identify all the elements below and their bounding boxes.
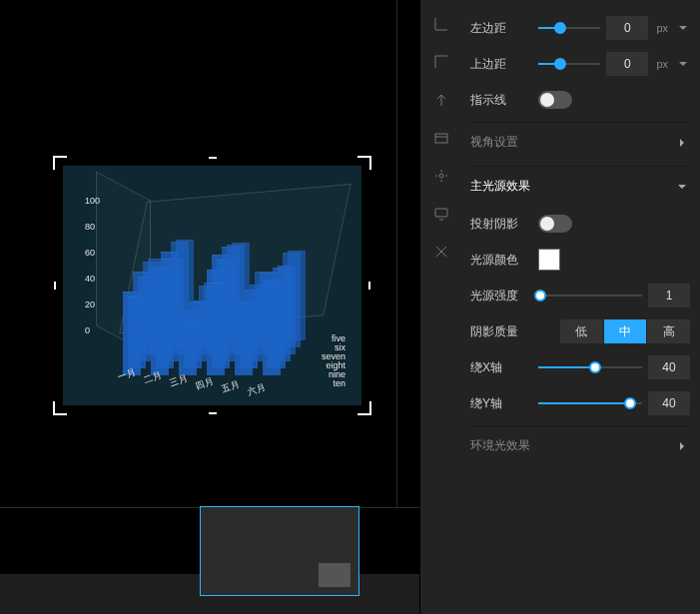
light-color-label: 光源颜色 [470, 252, 532, 269]
left-margin-input[interactable] [606, 16, 648, 40]
viewport-indicator[interactable] [319, 563, 350, 587]
view-settings-label: 视角设置 [470, 134, 532, 151]
guide-line-toggle[interactable] [538, 91, 572, 109]
light-intensity-input[interactable] [648, 284, 690, 307]
shadow-quality-segmented: 低 中 高 [560, 319, 690, 343]
tools-icon [431, 242, 451, 262]
top-margin-unit-dropdown[interactable] [676, 57, 690, 71]
left-margin-label: 左边距 [470, 20, 532, 37]
chevron-right-icon [674, 135, 690, 151]
view-settings-row[interactable]: 视角设置 [470, 122, 690, 162]
left-margin-row: 左边距 px [470, 10, 690, 46]
monitor-icon [431, 204, 451, 224]
top-margin-input[interactable] [606, 52, 648, 76]
guide-line-label: 指示线 [470, 92, 532, 109]
guide-line-row: 指示线 [470, 82, 690, 118]
resize-handle-bottom[interactable] [209, 412, 217, 414]
rotate-x-slider[interactable] [538, 359, 642, 375]
icon-rail [420, 0, 462, 614]
light-intensity-slider[interactable] [538, 288, 642, 304]
resize-handle-right[interactable] [368, 282, 370, 290]
rotate-x-row: 绕X轴 [470, 349, 690, 385]
ambient-light-label: 环境光效果 [470, 437, 532, 454]
resize-handle-tr[interactable] [357, 156, 371, 170]
main-light-label: 主光源效果 [470, 178, 530, 195]
light-color-row: 光源颜色 [470, 242, 690, 278]
selection-frame[interactable]: 020406080100 一月二月三月四月五月六月 fivesixsevenei… [55, 158, 369, 413]
resize-handle-tl[interactable] [53, 156, 67, 170]
cast-shadow-toggle[interactable] [538, 215, 572, 233]
left-margin-unit: px [656, 22, 668, 34]
cast-shadow-row: 投射阴影 [470, 206, 690, 242]
rotate-y-label: 绕Y轴 [470, 395, 532, 412]
svg-rect-0 [435, 134, 447, 143]
ambient-light-row[interactable]: 环境光效果 [470, 425, 690, 465]
rotate-y-input[interactable] [648, 391, 690, 415]
light-color-swatch[interactable] [538, 249, 560, 271]
top-margin-unit: px [656, 58, 668, 70]
thumbnail-navigator[interactable] [200, 506, 359, 596]
cast-shadow-label: 投射阴影 [470, 216, 532, 233]
main-light-row[interactable]: 主光源效果 [470, 166, 690, 206]
resize-handle-top[interactable] [209, 157, 217, 159]
chevron-right-icon [674, 438, 690, 454]
properties-panel: 左边距 px 上边距 px 指示线 视角设置 [419, 0, 700, 614]
left-margin-unit-dropdown[interactable] [676, 21, 690, 35]
margin-top-icon [431, 52, 451, 72]
resize-handle-bl[interactable] [53, 401, 67, 415]
light-icon [431, 166, 451, 186]
top-margin-label: 上边距 [470, 56, 532, 73]
shadow-quality-mid[interactable]: 中 [603, 319, 647, 343]
canvas-area[interactable]: 020406080100 一月二月三月四月五月六月 fivesixsevenei… [0, 0, 419, 614]
light-intensity-row: 光源强度 [470, 278, 690, 313]
rotate-y-row: 绕Y轴 [470, 385, 690, 421]
light-intensity-label: 光源强度 [470, 288, 532, 305]
svg-rect-2 [435, 209, 447, 217]
svg-point-1 [439, 174, 443, 178]
top-margin-row: 上边距 px [470, 46, 690, 82]
resize-handle-br[interactable] [357, 401, 371, 415]
shadow-quality-low[interactable]: 低 [560, 319, 603, 343]
rotate-y-slider[interactable] [538, 395, 642, 411]
resize-handle-left[interactable] [54, 282, 56, 290]
margin-left-icon [431, 14, 451, 34]
left-margin-slider[interactable] [538, 20, 600, 36]
shadow-quality-high[interactable]: 高 [646, 319, 690, 343]
arrow-up-icon [431, 90, 451, 110]
chart-preview[interactable]: 020406080100 一月二月三月四月五月六月 fivesixsevenei… [63, 166, 361, 405]
chevron-down-icon [674, 179, 690, 195]
shadow-quality-label: 阴影质量 [470, 323, 532, 340]
rotate-x-input[interactable] [648, 355, 690, 379]
view-icon [431, 128, 451, 148]
shadow-quality-row: 阴影质量 低 中 高 [470, 313, 690, 349]
top-margin-slider[interactable] [538, 56, 600, 72]
rotate-x-label: 绕X轴 [470, 359, 532, 376]
